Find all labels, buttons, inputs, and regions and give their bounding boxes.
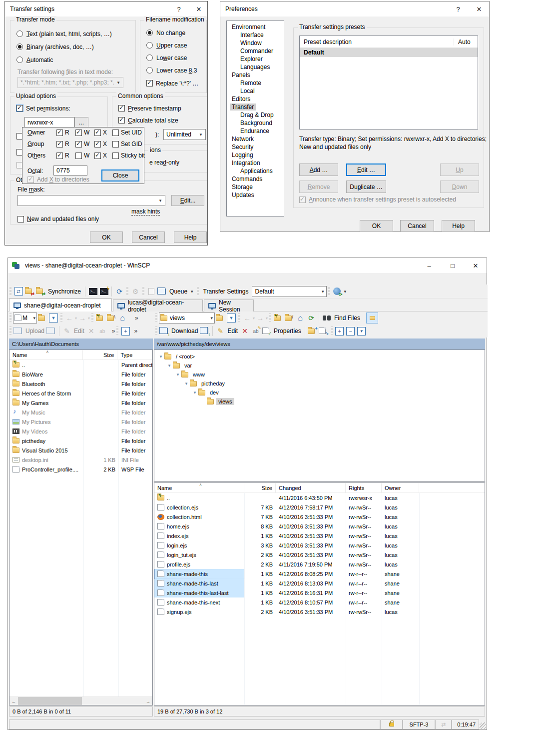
table-row[interactable]: collection.html 7 KB 4/10/2016 3:51:33 P…	[154, 512, 485, 522]
tree-item[interactable]: Logging	[227, 151, 284, 159]
console-icon[interactable]: >_	[87, 286, 98, 297]
find-files-icon[interactable]	[321, 312, 332, 324]
lower-case-83-label[interactable]: Lower case 8.3	[156, 67, 197, 74]
upper-case-radio[interactable]	[146, 42, 153, 48]
tree-item[interactable]: Storage	[227, 183, 284, 191]
table-row[interactable]: pictheday File folder	[9, 436, 152, 446]
synchronize-label[interactable]: Synchronize	[46, 288, 83, 295]
col-name[interactable]: Name ∧	[9, 350, 83, 360]
special-bit-checkbox[interactable]	[112, 141, 119, 148]
read-checkbox[interactable]	[56, 141, 63, 148]
delete-icon[interactable]: ✕	[239, 326, 250, 336]
special-bit-checkbox[interactable]	[112, 152, 119, 159]
table-row[interactable]: Heroes of the Storm File folder	[9, 388, 152, 398]
preserve-timestamp-label[interactable]: Preserve timestamp	[128, 105, 181, 112]
expand-icon[interactable]: +	[334, 326, 345, 336]
table-row[interactable]: home.ejs 8 KB 4/10/2016 3:51:33 PM rw-rw…	[154, 522, 485, 531]
scroll-right-icon[interactable]: →	[144, 697, 152, 706]
root-directory-icon[interactable]: /	[284, 312, 295, 324]
table-row[interactable]: .. Parent directory	[9, 360, 152, 370]
chevron-down-icon[interactable]: ▾	[156, 196, 164, 206]
octal-input[interactable]: 0775	[53, 166, 87, 176]
table-row[interactable]: My Pictures File folder	[9, 417, 152, 426]
download-label[interactable]: Download	[170, 328, 199, 334]
toolbar-grip[interactable]	[116, 326, 118, 336]
queue-label[interactable]: Queue	[168, 288, 189, 295]
col-name[interactable]: Name ∧	[154, 483, 244, 492]
lower-case-label[interactable]: Lower case	[156, 54, 187, 62]
tree-item[interactable]: Endurance	[227, 127, 284, 135]
no-change-radio[interactable]	[146, 30, 153, 36]
new-updated-label[interactable]: New and updated files only	[27, 216, 99, 222]
transfer-settings-combo[interactable]: Default ▾	[252, 286, 327, 297]
close-icon[interactable]: ✕	[470, 2, 488, 16]
refresh-icon[interactable]: ⟳	[306, 312, 317, 324]
overflow-icon[interactable]: »	[112, 328, 115, 334]
local-horizontal-scrollbar[interactable]: ← →	[9, 696, 152, 705]
new-updated-checkbox[interactable]	[17, 216, 24, 222]
tree-item[interactable]: Local	[227, 87, 284, 95]
col-rights[interactable]: Rights	[346, 483, 382, 492]
cancel-button[interactable]: Cancel	[400, 220, 434, 232]
set-permissions-label[interactable]: Set permissions:	[26, 105, 70, 112]
filter-icon[interactable]: ▼	[226, 312, 237, 324]
ok-button[interactable]: OK	[360, 220, 393, 232]
toolbar-grip[interactable]	[331, 326, 333, 336]
table-row[interactable]: index.ejs 1 KB 4/10/2016 3:51:33 PM rw-r…	[154, 531, 485, 540]
tree-item[interactable]: Environment	[227, 23, 284, 31]
edit-icon[interactable]: ✎	[215, 326, 226, 336]
tree-item[interactable]: ▾ var	[154, 361, 485, 370]
rename-icon[interactable]: ab✎	[250, 326, 261, 336]
col-auto[interactable]: Auto	[454, 38, 478, 46]
read-checkbox[interactable]	[56, 152, 63, 159]
cancel-button[interactable]: Cancel	[132, 232, 165, 243]
toolbar-grip[interactable]	[126, 287, 128, 296]
up-button[interactable]: Up	[440, 164, 479, 176]
calculate-total-size-label[interactable]: Calculate total size	[128, 117, 178, 124]
edit-button[interactable]: Edit …	[346, 164, 386, 176]
tree-item[interactable]: Updates	[227, 191, 284, 199]
new-folder-icon[interactable]: +	[307, 326, 318, 336]
tree-item[interactable]: Commander	[227, 47, 284, 55]
tree-item[interactable]: ▾ www	[154, 370, 485, 379]
remote-path-bar[interactable]: /var/www/pictheday/dev/views	[154, 338, 485, 350]
file-mask-combo[interactable]: ▾	[17, 195, 165, 206]
chevron-down-icon[interactable]: ▾	[166, 363, 173, 368]
toolbar-grip[interactable]	[60, 314, 62, 322]
chevron-down-icon[interactable]: ▾	[191, 390, 198, 395]
close-icon[interactable]: ✕	[190, 2, 208, 16]
minimize-icon[interactable]: –	[418, 258, 441, 273]
text-radio-label[interactable]: Text (plain text, html, scripts, …)	[26, 30, 112, 38]
remove-button[interactable]: Remove	[299, 180, 338, 193]
table-row[interactable]: collection.ejs 7 KB 4/12/2016 7:58:17 PM…	[154, 502, 485, 512]
chevron-down-icon[interactable]: ▾	[210, 316, 213, 320]
table-row[interactable]: login_tut.ejs 2 KB 4/10/2016 3:51:33 PM …	[154, 550, 485, 560]
automatic-radio-label[interactable]: Automatic	[26, 56, 53, 64]
home-directory-icon[interactable]: ⌂	[117, 312, 128, 324]
speed-combo[interactable]: Unlimited ▾	[163, 129, 206, 140]
menu-item[interactable]	[28, 278, 37, 280]
open-directory-icon[interactable]	[37, 312, 48, 324]
queue-dropdown-icon[interactable]: ▾	[189, 289, 195, 294]
close-button[interactable]: Close	[101, 170, 139, 182]
resize-grip[interactable]	[480, 722, 486, 729]
tree-item[interactable]: Languages	[227, 63, 284, 71]
tree-item[interactable]: Applications	[227, 167, 284, 175]
automatic-radio[interactable]	[16, 56, 23, 63]
open-directory-icon[interactable]	[215, 312, 226, 324]
preserve-timestamp-checkbox[interactable]	[118, 105, 125, 112]
table-row[interactable]: My Videos File folder	[9, 426, 152, 436]
text-mode-files-combo[interactable]: *.*html; *.htm; *.txt; *.php; *.php3; *.…	[17, 77, 123, 88]
permissions-input[interactable]: rwxrwxr-x	[24, 117, 74, 128]
edit-label[interactable]: Edit	[226, 328, 239, 334]
write-checkbox[interactable]	[75, 130, 82, 136]
col-type[interactable]: Type	[117, 350, 152, 360]
tree-item[interactable]: ▾ / <root>	[154, 352, 485, 361]
statusbar-lock[interactable]	[380, 720, 403, 730]
set-permissions-checkbox[interactable]	[16, 105, 23, 112]
calculate-total-size-checkbox[interactable]	[118, 117, 125, 124]
help-button[interactable]: Help	[174, 232, 207, 243]
permissions-browse-button[interactable]: ...	[74, 117, 88, 128]
toolbar-grip[interactable]	[91, 314, 93, 322]
menu-item[interactable]	[64, 278, 73, 280]
